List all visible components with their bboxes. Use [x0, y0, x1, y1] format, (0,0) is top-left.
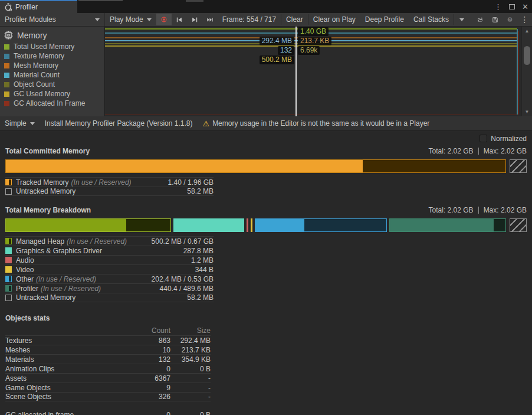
- graphics-swatch: [5, 247, 12, 254]
- load-profile-button[interactable]: [473, 13, 488, 26]
- call-stacks-button[interactable]: Call Stacks: [409, 13, 454, 26]
- row-size: -: [170, 374, 211, 383]
- total-value: Total: 2.02 GB: [429, 147, 474, 155]
- memory-chart-plot[interactable]: 1.40 GB 292.4 MB 213.7 KB 132 6.69k 500.…: [105, 27, 532, 116]
- table-row-assets[interactable]: Assets 6367 -: [5, 373, 211, 383]
- legend-color-swatch: [4, 44, 9, 50]
- deep-profile-button[interactable]: Deep Profile: [360, 13, 409, 26]
- chart-legend-gc-allocated[interactable]: GC Allocated In Frame: [4, 99, 104, 108]
- window-close-icon[interactable]: ✕: [522, 2, 528, 11]
- legend-row-label: Untracked Memory: [16, 293, 75, 302]
- table-row-game-objects[interactable]: Game Objects 9 -: [5, 383, 211, 392]
- legend-row-sublabel: (In use / Reserved): [36, 275, 96, 283]
- segment-managed-heap[interactable]: [5, 218, 171, 232]
- legend-row-value: 440.4 / 489.6 MB: [160, 285, 214, 293]
- record-button[interactable]: [156, 14, 172, 25]
- window-maximize-icon[interactable]: [509, 4, 515, 9]
- help-button[interactable]: ?: [503, 13, 517, 26]
- profiler-modules-dropdown[interactable]: Profiler Modules: [0, 13, 105, 26]
- toolbar-menu-button[interactable]: ⋮: [517, 13, 532, 26]
- row-size: -: [170, 384, 211, 392]
- clear-button[interactable]: Clear: [281, 13, 308, 26]
- chart-legend-object-count[interactable]: Object Count: [4, 80, 104, 89]
- frame-counter: Frame: 554 / 717: [218, 13, 281, 26]
- row-count: 10: [126, 346, 170, 354]
- chevron-down-icon: [147, 18, 152, 21]
- legend-row-untracked-memory[interactable]: Untracked Memory 58.2 MB: [5, 187, 214, 196]
- profiler-modules-label: Profiler Modules: [5, 15, 56, 24]
- chart-legend-material-count[interactable]: Material Count: [4, 70, 104, 80]
- legend-row-other[interactable]: Other (In use / Reserved) 202.4 MB / 0.5…: [5, 274, 214, 283]
- selected-frame-indicator[interactable]: [295, 27, 297, 116]
- legend-row-value: 344 B: [195, 266, 214, 274]
- call-stacks-dropdown[interactable]: [454, 13, 469, 26]
- legend-row-tracked-memory[interactable]: Tracked Memory (In use / Reserved) 1.40 …: [5, 177, 214, 187]
- scroll-down-icon[interactable]: ▼: [522, 109, 532, 115]
- profiler-swatch: [5, 285, 12, 292]
- next-frame-button[interactable]: [187, 13, 202, 26]
- save-profile-button[interactable]: [488, 13, 503, 26]
- segment-profiler[interactable]: [389, 218, 506, 232]
- load-folder-icon: [478, 16, 483, 24]
- legend-row-managed-heap[interactable]: Managed Heap (In use / Reserved) 500.2 M…: [5, 236, 214, 246]
- table-row-animation-clips[interactable]: Animation Clips 0 0 B: [5, 364, 211, 373]
- clear-on-play-button[interactable]: Clear on Play: [308, 13, 360, 26]
- row-size: -: [170, 393, 211, 401]
- legend-color-swatch: [4, 54, 9, 59]
- chart-legend-total-used-memory[interactable]: Total Used Memory: [4, 42, 104, 51]
- table-row-meshes[interactable]: Meshes 10 213.7 KB: [5, 345, 211, 354]
- current-frame-button[interactable]: [202, 13, 218, 26]
- objects-stats-title: Objects stats: [5, 314, 527, 323]
- memory-module-title: Memory: [17, 31, 47, 40]
- legend-label: Mesh Memory: [14, 61, 58, 70]
- play-mode-dropdown[interactable]: Play Mode: [105, 13, 156, 26]
- table-row-textures[interactable]: Textures 863 292.4 MB: [5, 335, 211, 345]
- view-mode-dropdown[interactable]: Simple: [0, 119, 40, 128]
- row-size: 0 B: [170, 411, 211, 415]
- segment-graphics[interactable]: [173, 218, 244, 232]
- gc-allocated-row[interactable]: GC allocated in frame 0 0 B: [5, 410, 211, 415]
- memory-breakdown-bar[interactable]: [5, 218, 506, 232]
- chart-legend-texture-memory[interactable]: Texture Memory: [4, 51, 104, 61]
- warning-text: Memory usage in the Editor is not the sa…: [212, 119, 429, 128]
- segment-video[interactable]: [251, 218, 252, 232]
- value-badge-gc-used: 500.2 MB: [260, 55, 294, 64]
- chevron-down-icon: [95, 18, 100, 21]
- legend-row-graphics[interactable]: Graphics & Graphics Driver 287.8 MB: [5, 246, 214, 255]
- legend-label: Texture Memory: [14, 52, 64, 60]
- memory-chip-icon: [4, 31, 13, 40]
- chart-vertical-scrollbar[interactable]: ▲ ▼: [521, 27, 532, 116]
- legend-row-profiler[interactable]: Profiler (In use / Reserved) 440.4 / 489…: [5, 283, 214, 293]
- first-frame-button[interactable]: [172, 13, 187, 26]
- row-name: Textures: [5, 336, 126, 345]
- legend-row-video[interactable]: Video 344 B: [5, 264, 214, 274]
- chart-legend-mesh-memory[interactable]: Mesh Memory: [4, 61, 104, 70]
- table-row-scene-objects[interactable]: Scene Objects 326 -: [5, 392, 211, 401]
- legend-row-label: Managed Heap: [16, 237, 64, 246]
- scrollbar-thumb[interactable]: [524, 46, 530, 65]
- chart-legend-gc-used-memory[interactable]: GC Used Memory: [4, 89, 104, 99]
- column-header-size: Size: [170, 326, 211, 335]
- table-row-materials[interactable]: Materials 132 354.9 KB: [5, 354, 211, 364]
- row-size: 292.4 MB: [170, 336, 211, 345]
- background-window-residue: [78, 0, 123, 1]
- objects-stats-header-row: Count Size: [5, 326, 211, 335]
- install-memory-profiler-button[interactable]: Install Memory Profiler Package (Version…: [40, 119, 198, 128]
- legend-row-value: 58.2 MB: [187, 293, 214, 302]
- max-value: Max: 2.02 GB: [484, 206, 527, 214]
- tab-profiler[interactable]: Profiler: [0, 0, 77, 13]
- legend-row-label: Graphics & Graphics Driver: [16, 247, 102, 255]
- legend-row-label: Video: [16, 266, 34, 274]
- committed-memory-bar[interactable]: [5, 159, 506, 173]
- legend-row-audio[interactable]: Audio 1.2 MB: [5, 255, 214, 264]
- save-floppy-icon: [492, 16, 498, 24]
- scroll-up-icon[interactable]: ▲: [522, 28, 532, 34]
- normalized-checkbox[interactable]: [480, 135, 487, 142]
- window-menu-icon[interactable]: ⋮: [494, 2, 502, 11]
- segment-audio[interactable]: [247, 218, 248, 232]
- segment-other[interactable]: [255, 218, 387, 232]
- memory-module-header[interactable]: Memory: [4, 28, 104, 42]
- legend-row-untracked-memory[interactable]: Untracked Memory 58.2 MB: [5, 293, 214, 302]
- profiler-window: Profiler ⋮ ✕ Profiler Modules Play Mode: [0, 0, 532, 415]
- totals-divider: [478, 207, 479, 214]
